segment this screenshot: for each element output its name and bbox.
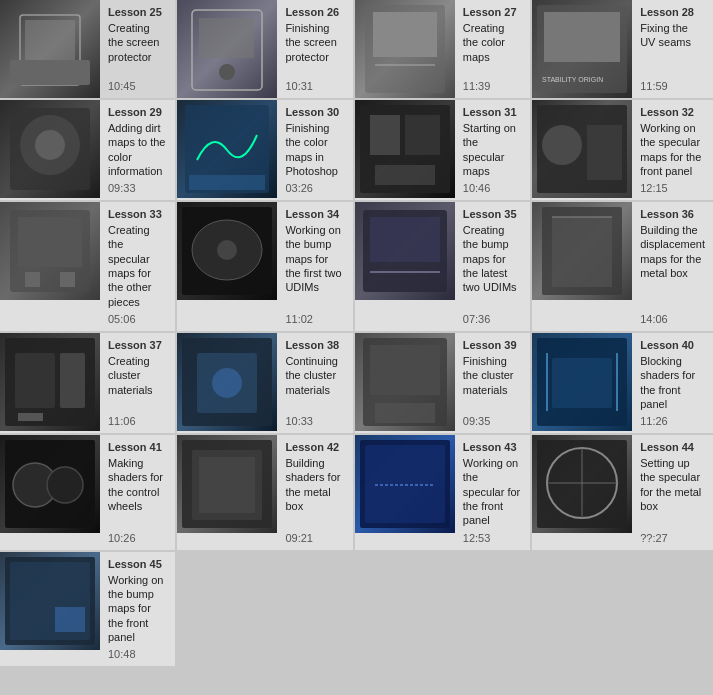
svg-rect-49 [552,358,612,408]
svg-rect-34 [552,217,612,287]
svg-rect-53 [182,440,272,528]
svg-point-42 [212,368,242,398]
svg-rect-45 [375,403,435,423]
lesson-card-32[interactable]: Lesson 32Working on the specular maps fo… [532,100,713,200]
lesson-thumbnail-40 [532,333,632,431]
lesson-duration-31: 10:46 [463,182,522,194]
lesson-info-43: Lesson 43Working on the specular for the… [455,435,530,549]
lesson-info-40: Lesson 40Blocking shaders for the front … [632,333,713,433]
lesson-number-44: Lesson 44 [640,441,705,453]
lesson-title-30: Finishing the color maps in Photoshop [285,121,344,178]
lesson-number-31: Lesson 31 [463,106,522,118]
lesson-number-32: Lesson 32 [640,106,705,118]
lesson-info-44: Lesson 44Setting up the specular for the… [632,435,713,549]
lesson-duration-42: 09:21 [285,532,344,544]
lesson-card-27[interactable]: Lesson 27Creating the color maps11:39 [355,0,530,98]
lesson-number-29: Lesson 29 [108,106,167,118]
lesson-thumbnail-25 [0,0,100,98]
lesson-number-40: Lesson 40 [640,339,705,351]
lesson-card-44[interactable]: Lesson 44Setting up the specular for the… [532,435,713,549]
lesson-card-34[interactable]: Lesson 34Working on the bump maps for th… [177,202,352,331]
lesson-title-32: Working on the specular maps for the fro… [640,121,705,178]
svg-rect-6 [365,5,445,93]
svg-rect-28 [182,207,272,295]
lesson-info-33: Lesson 33Creating the specular maps for … [100,202,175,331]
lesson-duration-43: 12:53 [463,532,522,544]
svg-rect-54 [192,450,262,520]
svg-rect-12 [10,108,90,190]
lesson-card-38[interactable]: Lesson 38Continuing the cluster material… [177,333,352,433]
svg-rect-55 [199,457,255,513]
svg-rect-58 [537,440,627,528]
svg-rect-37 [15,353,55,408]
lesson-info-35: Lesson 35Creating the bump maps for the … [455,202,530,331]
lesson-title-43: Working on the specular for the front pa… [463,456,522,527]
lesson-duration-44: ??:27 [640,532,705,544]
lesson-title-25: Creating the screen protector [108,21,167,76]
lesson-info-37: Lesson 37Creating cluster materials11:06 [100,333,175,433]
lesson-info-42: Lesson 42Building shaders for the metal … [277,435,352,549]
lesson-thumbnail-41 [0,435,100,533]
lesson-title-39: Finishing the cluster materials [463,354,522,411]
lesson-card-30[interactable]: Lesson 30Finishing the color maps in Pho… [177,100,352,200]
lesson-info-26: Lesson 26Finishing the screen protector1… [277,0,352,98]
svg-rect-4 [199,18,254,58]
svg-rect-20 [375,165,435,185]
svg-rect-23 [587,125,622,180]
lesson-title-40: Blocking shaders for the front panel [640,354,705,411]
lesson-card-40[interactable]: Lesson 40Blocking shaders for the front … [532,333,713,433]
svg-rect-9 [537,5,627,93]
lesson-number-43: Lesson 43 [463,441,522,453]
lesson-card-35[interactable]: Lesson 35Creating the bump maps for the … [355,202,530,331]
lesson-number-28: Lesson 28 [640,6,705,18]
lesson-thumbnail-29 [0,100,100,198]
lesson-duration-40: 11:26 [640,415,705,427]
lesson-card-31[interactable]: Lesson 31Starting on the specular maps10… [355,100,530,200]
lesson-info-38: Lesson 38Continuing the cluster material… [277,333,352,433]
svg-rect-60 [5,557,95,645]
lesson-card-37[interactable]: Lesson 37Creating cluster materials11:06 [0,333,175,433]
lesson-card-39[interactable]: Lesson 39Finishing the cluster materials… [355,333,530,433]
svg-rect-56 [360,440,450,528]
lesson-info-45: Lesson 45Working on the bump maps for th… [100,552,175,666]
lesson-card-42[interactable]: Lesson 42Building shaders for the metal … [177,435,352,549]
svg-rect-62 [55,607,85,632]
lesson-card-45[interactable]: Lesson 45Working on the bump maps for th… [0,552,175,666]
svg-rect-2 [10,60,90,85]
lesson-number-42: Lesson 42 [285,441,344,453]
svg-rect-31 [363,210,447,292]
svg-rect-41 [197,353,257,413]
lesson-card-36[interactable]: Lesson 36Building the displacement maps … [532,202,713,331]
lesson-card-29[interactable]: Lesson 29Adding dirt maps to the color i… [0,100,175,200]
lesson-title-31: Starting on the specular maps [463,121,522,178]
lesson-thumbnail-39 [355,333,455,431]
lesson-info-29: Lesson 29Adding dirt maps to the color i… [100,100,175,200]
lesson-number-41: Lesson 41 [108,441,167,453]
lesson-number-34: Lesson 34 [285,208,344,220]
svg-rect-36 [5,338,95,426]
svg-rect-17 [360,105,450,193]
svg-rect-57 [365,445,445,523]
lesson-card-41[interactable]: Lesson 41Making shaders for the control … [0,435,175,549]
lesson-info-31: Lesson 31Starting on the specular maps10… [455,100,530,200]
lesson-number-26: Lesson 26 [285,6,344,18]
lesson-duration-33: 05:06 [108,313,167,325]
lesson-duration-39: 09:35 [463,415,522,427]
lesson-title-27: Creating the color maps [463,21,522,76]
lesson-title-45: Working on the bump maps for the front p… [108,573,167,644]
lesson-duration-45: 10:48 [108,648,167,660]
svg-rect-39 [18,413,43,421]
lesson-duration-36: 14:06 [640,313,705,325]
lesson-duration-37: 11:06 [108,415,167,427]
lesson-card-25[interactable]: Lesson 25Creating the screen protector10… [0,0,175,98]
lesson-card-26[interactable]: Lesson 26Finishing the screen protector1… [177,0,352,98]
svg-point-14 [35,130,65,160]
lesson-info-30: Lesson 30Finishing the color maps in Pho… [277,100,352,200]
lesson-card-28[interactable]: STABILITY ORIGINLesson 28Fixing the UV s… [532,0,713,98]
lesson-card-43[interactable]: Lesson 43Working on the specular for the… [355,435,530,549]
lesson-thumbnail-42 [177,435,277,533]
lesson-info-25: Lesson 25Creating the screen protector10… [100,0,175,98]
lesson-card-33[interactable]: Lesson 33Creating the specular maps for … [0,202,175,331]
svg-rect-7 [373,12,437,57]
lesson-number-35: Lesson 35 [463,208,522,220]
